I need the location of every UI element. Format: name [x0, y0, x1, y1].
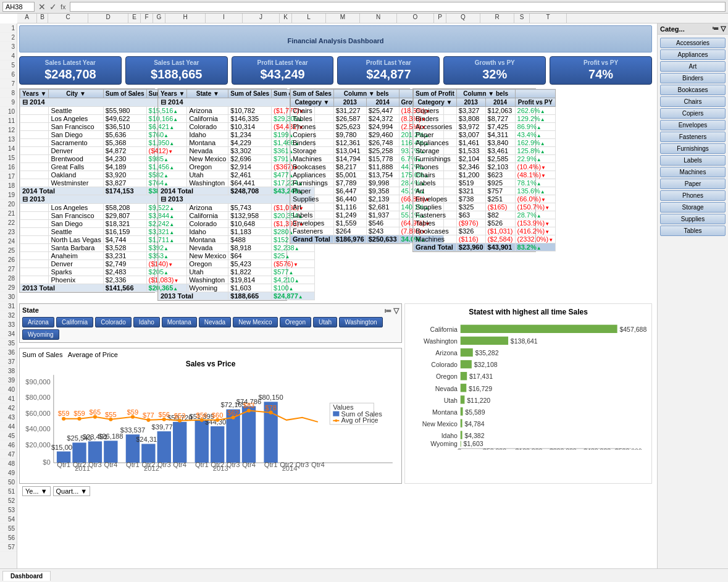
- col-E[interactable]: E: [128, 14, 141, 23]
- col-I[interactable]: I: [206, 14, 243, 23]
- row-57: 57: [0, 542, 17, 552]
- row-49: 49: [0, 468, 17, 478]
- cat-storage[interactable]: Storage: [660, 202, 726, 213]
- col-S[interactable]: S: [514, 14, 530, 23]
- col-T[interactable]: T: [530, 14, 567, 23]
- svg-text:$5,589: $5,589: [465, 408, 485, 416]
- category-panel: Categ... ≔ ▽ Accessories Appliances Art …: [657, 23, 728, 568]
- cat-envelopes[interactable]: Envelopes: [660, 120, 726, 130]
- col-D[interactable]: D: [88, 14, 128, 23]
- svg-rect-90: [461, 337, 508, 345]
- formula-icon: fx: [61, 3, 66, 11]
- cat-chairs[interactable]: Chairs: [660, 96, 726, 107]
- table-row: Copiers$3,327$12,063262.6%: [414, 107, 556, 115]
- col-R[interactable]: R: [480, 14, 514, 23]
- filter-california[interactable]: California: [56, 317, 93, 327]
- row-35: 35: [0, 339, 17, 348]
- cell-reference[interactable]: [2, 2, 35, 12]
- category-profit-table: Sum of ProfitColumn ▼ bels Category ▼201…: [412, 88, 536, 252]
- cat-appliances[interactable]: Appliances: [660, 49, 726, 60]
- col-P[interactable]: P: [434, 14, 446, 23]
- cat-tables[interactable]: Tables: [660, 226, 726, 236]
- col-C[interactable]: C: [48, 14, 88, 23]
- col-J[interactable]: J: [243, 14, 280, 23]
- filter-colorado[interactable]: Colorado: [95, 317, 132, 327]
- filter-washington[interactable]: Washington: [339, 317, 382, 327]
- row-41: 41: [0, 394, 17, 403]
- kpi-profit-py: Profit vs PY 74%: [550, 56, 652, 85]
- col-B[interactable]: B: [37, 14, 48, 23]
- confirm-icon[interactable]: ✓: [49, 2, 57, 12]
- col-H[interactable]: H: [165, 14, 206, 23]
- cancel-icon[interactable]: ✕: [38, 2, 46, 12]
- svg-text:$56: $56: [196, 411, 207, 419]
- row-numbers: 1 2 3 4 5 6 7 8 9 10 11 12 13 14 15 16 1…: [0, 23, 17, 568]
- row-53: 53: [0, 505, 17, 515]
- category-icons[interactable]: ≔ ▽: [712, 25, 726, 33]
- cat-art[interactable]: Art: [660, 61, 726, 72]
- city-table: Years ▼City ▼Sum of SalesSum of Profit ⊟…: [19, 88, 155, 293]
- col-Q[interactable]: Q: [446, 14, 480, 23]
- row-31: 31: [0, 302, 17, 311]
- chart-legend-labels: Sum of Sales Average of Price: [22, 351, 399, 358]
- col-F[interactable]: F: [141, 14, 153, 23]
- row-55: 55: [0, 524, 17, 533]
- cat-supplies[interactable]: Supplies: [660, 214, 726, 224]
- svg-text:Qtr2: Qtr2: [280, 461, 293, 468]
- svg-text:$59: $59: [58, 410, 70, 417]
- table-row: 2013 Total$188,665$24,877: [159, 292, 315, 300]
- cat-binders[interactable]: Binders: [660, 73, 726, 83]
- cat-phones[interactable]: Phones: [660, 190, 726, 201]
- year-dropdown[interactable]: Ye... ▼: [22, 486, 51, 496]
- table-row: Fasteners$63$8228.7%: [414, 211, 556, 219]
- col-O[interactable]: O: [397, 14, 434, 23]
- filter-wyoming[interactable]: Wyoming: [22, 329, 59, 340]
- cat-furnishings[interactable]: Furnishings: [660, 143, 726, 154]
- cat-accessories[interactable]: Accessories: [660, 38, 726, 48]
- state-filter: State ≔ ▽ Arizona California Colorado Id…: [19, 303, 402, 343]
- states-chart-svg: $457,688 California $138,641 Washington …: [409, 320, 648, 450]
- table-row: Paper$3,007$4,31143.4%: [414, 131, 556, 139]
- filter-oregon[interactable]: Oregon: [280, 317, 311, 327]
- tab-dashboard[interactable]: Dashboard: [2, 571, 51, 581]
- column-headers: A B C D E F G H I J K L M N O P Q R S T: [17, 14, 728, 23]
- row-52: 52: [0, 496, 17, 505]
- svg-text:$200,000: $200,000: [550, 447, 577, 450]
- svg-text:Qtr4: Qtr4: [311, 461, 325, 468]
- filter-nevada[interactable]: Nevada: [199, 317, 231, 327]
- svg-rect-114: [461, 431, 462, 439]
- cat-copiers[interactable]: Copiers: [660, 108, 726, 119]
- svg-text:$11,220: $11,220: [467, 397, 490, 404]
- filter-montana[interactable]: Montana: [162, 317, 197, 327]
- col-M[interactable]: M: [326, 14, 360, 23]
- cat-fasteners[interactable]: Fasteners: [660, 132, 726, 142]
- col-L[interactable]: L: [292, 14, 326, 23]
- svg-rect-108: [461, 407, 463, 415]
- col-K[interactable]: K: [280, 14, 292, 23]
- filter-idaho[interactable]: Idaho: [133, 317, 160, 327]
- kpi-profit-latest: Profit Latest Year $43,249: [232, 56, 334, 85]
- quarter-dropdown[interactable]: Quart... ▼: [53, 486, 91, 496]
- col-G[interactable]: G: [153, 14, 165, 23]
- svg-text:$55: $55: [105, 411, 117, 418]
- filter-utah[interactable]: Utah: [313, 317, 337, 327]
- svg-rect-20: [157, 431, 171, 463]
- svg-text:$15,006: $15,006: [51, 444, 76, 451]
- row-32: 32: [0, 311, 17, 320]
- col-A[interactable]: A: [17, 14, 37, 23]
- svg-rect-99: [461, 372, 467, 380]
- state-table: Years ▼State ▼Sum of SalesSum of Profit …: [157, 88, 287, 301]
- table-row: Oregon$5,423($576): [159, 260, 315, 268]
- filter-arizona[interactable]: Arizona: [22, 317, 54, 327]
- cat-machines[interactable]: Machines: [660, 167, 726, 177]
- row-28: 28: [0, 274, 17, 283]
- cat-labels[interactable]: Labels: [660, 155, 726, 166]
- filter-newmexico[interactable]: New Mexico: [233, 317, 277, 327]
- col-N[interactable]: N: [360, 14, 397, 23]
- filter-icons[interactable]: ≔ ▽: [384, 306, 399, 315]
- formula-input[interactable]: [70, 2, 726, 12]
- svg-rect-10: [72, 442, 86, 463]
- svg-text:$60: $60: [212, 411, 224, 419]
- cat-paper[interactable]: Paper: [660, 179, 726, 189]
- cat-bookcases[interactable]: Bookcases: [660, 85, 726, 95]
